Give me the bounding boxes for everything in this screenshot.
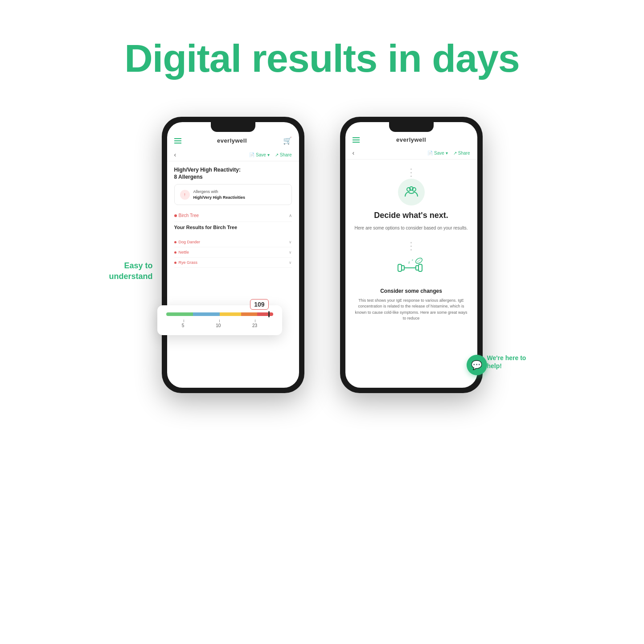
save-share-bar: 📄 Save ▾ ↗ Share	[249, 152, 291, 157]
allergen-card: ↑ Allergens with High/Very High Reactivi…	[174, 184, 292, 205]
phone-notch-2	[389, 122, 434, 132]
svg-rect-7	[418, 264, 422, 271]
allergen-row-dog[interactable]: Dog Dander ∨	[174, 237, 292, 247]
allergen-row-ryegrass[interactable]: Rye Grass ∨	[174, 258, 292, 268]
phone2-save-icon: 📄	[427, 151, 433, 156]
birch-dot	[174, 214, 177, 217]
phone-2: everlywell ‹ 📄 Save ▾ ↗ Share	[340, 117, 483, 393]
phone2-share-button[interactable]: ↗ Share	[453, 151, 470, 156]
svg-rect-3	[398, 264, 402, 271]
phone1-brand: everlywell	[217, 137, 247, 144]
decide-icon-circle	[398, 179, 425, 205]
save-icon: 📄	[249, 152, 254, 157]
consider-text: This test shows your IgE response to var…	[354, 298, 468, 322]
phone2-brand: everlywell	[396, 136, 426, 143]
phone2-content: Decide what's next. Here are some option…	[345, 160, 477, 329]
consider-svg: z z	[396, 254, 427, 281]
page-title: Digital results in days	[124, 36, 520, 81]
phone2-save-share: 📄 Save ▾ ↗ Share	[427, 151, 470, 156]
phone2-share-icon: ↗	[453, 151, 457, 156]
decide-subtitle: Here are some options to consider based …	[354, 225, 468, 231]
back-arrow[interactable]: ‹	[174, 151, 176, 158]
cart-icon[interactable]: 🛒	[283, 136, 292, 145]
consider-title: Consider some changes	[380, 288, 442, 294]
chat-icon: 💬	[471, 360, 482, 370]
your-results-title: Your Results for Birch Tree	[174, 225, 292, 230]
birch-tree-row[interactable]: Birch Tree ∧	[174, 209, 292, 222]
decide-title: Decide what's next.	[374, 211, 448, 221]
birch-label: Birch Tree	[174, 213, 199, 218]
svg-rect-4	[402, 266, 404, 270]
phones-container: Easy tounderstand everlywell 🛒 ‹ 📄 Save	[162, 117, 483, 393]
share-button[interactable]: ↗ Share	[275, 152, 292, 157]
phone2-save-button[interactable]: 📄 Save ▾	[427, 151, 448, 156]
phone2-save-bar: ‹ 📄 Save ▾ ↗ Share	[345, 147, 477, 160]
phone2-back-arrow[interactable]: ‹	[353, 149, 355, 156]
phone-2-screen: everlywell ‹ 📄 Save ▾ ↗ Share	[345, 122, 477, 388]
allergen-row-nettle[interactable]: Nettle ∨	[174, 247, 292, 258]
phone1-content: High/Very High Reactivity:8 Allergens ↑ …	[167, 161, 299, 237]
consider-icon: z z	[396, 252, 427, 283]
phone2-save-chevron: ▾	[446, 151, 448, 156]
share-label: Share	[280, 152, 292, 157]
scale-value: 109	[250, 299, 268, 310]
save-label: Save	[256, 152, 266, 157]
phone1-save-bar: ‹ 📄 Save ▾ ↗ Share	[167, 148, 299, 161]
chat-button[interactable]: 💬	[467, 355, 487, 375]
phone2-save-label: Save	[434, 151, 444, 156]
birch-chevron: ∧	[289, 213, 292, 218]
divider-dots-mid	[410, 242, 412, 250]
easy-to-understand-label: Easy tounderstand	[90, 261, 153, 282]
here-to-help-label: We're here to help!	[487, 354, 536, 370]
save-button[interactable]: 📄 Save ▾	[249, 152, 270, 157]
allergen-up-icon: ↑	[180, 190, 190, 200]
svg-line-9	[417, 259, 421, 262]
scale-popup: 109 5 10 23	[157, 305, 282, 335]
divider-dots-top	[410, 168, 412, 177]
phone-1-screen: everlywell 🛒 ‹ 📄 Save ▾ ↗ Share	[167, 122, 299, 388]
scale-marker-5: 5	[182, 323, 185, 328]
phone2-share-label: Share	[458, 151, 470, 156]
other-allergens: Dog Dander ∨ Nettle ∨ Rye Grass	[167, 237, 299, 268]
allergen-card-text: Allergens with High/Very High Reactiviti…	[193, 189, 246, 200]
svg-text:z: z	[412, 258, 413, 261]
save-chevron: ▾	[267, 152, 270, 157]
svg-text:z: z	[408, 260, 410, 264]
reactivity-title: High/Very High Reactivity:8 Allergens	[174, 167, 292, 180]
share-icon: ↗	[275, 152, 279, 157]
scale-bar	[166, 312, 273, 316]
scale-marker-23: 23	[252, 323, 257, 328]
phone-notch-1	[211, 122, 255, 132]
scale-marker-10: 10	[216, 323, 221, 328]
phone-1: everlywell 🛒 ‹ 📄 Save ▾ ↗ Share	[162, 117, 304, 393]
hamburger-icon[interactable]	[174, 138, 181, 144]
phone2-hamburger-icon[interactable]	[353, 137, 360, 143]
scale-labels: 5 10 23	[166, 322, 273, 328]
people-icon	[403, 184, 419, 200]
